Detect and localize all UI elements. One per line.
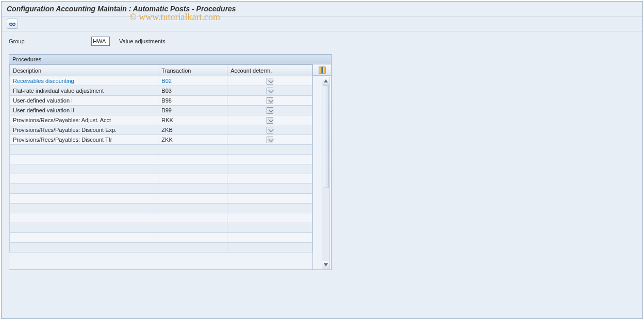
cell-transaction[interactable]: ZKK xyxy=(158,135,227,145)
cell-empty xyxy=(10,194,158,204)
cell-empty xyxy=(10,155,158,164)
cell-empty xyxy=(10,174,158,184)
cell-transaction[interactable]: B99 xyxy=(158,106,227,115)
cell-empty xyxy=(227,204,312,213)
cell-empty xyxy=(227,243,312,252)
form-area: Group HWA Value adjustments Procedures D… xyxy=(2,31,642,277)
cell-empty xyxy=(227,174,312,184)
table-row-empty[interactable] xyxy=(10,184,312,194)
cell-empty xyxy=(10,233,158,243)
table-row-empty[interactable] xyxy=(10,243,312,252)
checkbox-checked-icon[interactable] xyxy=(267,137,273,143)
scroll-track[interactable] xyxy=(322,85,329,261)
checkbox-checked-icon[interactable] xyxy=(267,88,273,94)
scroll-thumb[interactable] xyxy=(323,85,329,188)
cell-empty xyxy=(10,223,158,233)
cell-empty xyxy=(158,184,227,194)
scroll-up-button[interactable] xyxy=(322,77,329,85)
cell-empty xyxy=(158,164,227,174)
cell-transaction[interactable]: RKK xyxy=(158,115,227,125)
checkbox-checked-icon[interactable] xyxy=(267,97,273,104)
cell-empty xyxy=(10,164,158,174)
cell-description[interactable]: Provisions/Recs/Payables: Discount Tfr xyxy=(10,135,158,145)
table-row[interactable]: Provisions/Recs/Payables: Discount TfrZK… xyxy=(10,135,312,145)
cell-account-determ[interactable] xyxy=(227,106,312,115)
cell-description[interactable]: User-defined valuation II xyxy=(10,106,158,115)
scroll-down-button[interactable] xyxy=(322,261,329,268)
cell-transaction[interactable]: B02 xyxy=(158,76,227,86)
panel-title: Procedures xyxy=(9,55,331,64)
glasses-icon xyxy=(9,20,16,27)
checkbox-checked-icon[interactable] xyxy=(267,127,273,133)
table-row[interactable]: User-defined valuation IIB99 xyxy=(10,106,312,115)
checkbox-checked-icon[interactable] xyxy=(267,117,273,124)
app-window: Configuration Accounting Maintain : Auto… xyxy=(1,1,643,319)
cell-empty xyxy=(158,155,227,164)
col-header-transaction[interactable]: Transaction xyxy=(158,65,227,76)
table-row-empty[interactable] xyxy=(10,204,312,213)
cell-empty xyxy=(158,243,227,252)
page-title: Configuration Accounting Maintain : Auto… xyxy=(2,2,642,16)
cell-empty xyxy=(10,184,158,194)
col-header-account-determ[interactable]: Account determ. xyxy=(227,65,312,76)
cell-description[interactable]: Provisions/Recs/Payables: Adjust. Acct xyxy=(10,115,158,125)
cell-empty xyxy=(10,204,158,213)
table-row-empty[interactable] xyxy=(10,164,312,174)
table-row[interactable]: Flat-rate individual value adjustmentB03 xyxy=(10,86,312,96)
table-row-empty[interactable] xyxy=(10,213,312,223)
checkbox-checked-icon[interactable] xyxy=(267,107,273,114)
cell-empty xyxy=(227,213,312,223)
table-row-empty[interactable] xyxy=(10,155,312,164)
table-row-empty[interactable] xyxy=(10,174,312,184)
cell-transaction[interactable]: ZKB xyxy=(158,125,227,135)
cell-empty xyxy=(158,233,227,243)
vertical-scrollbar[interactable] xyxy=(322,77,330,268)
cell-empty xyxy=(158,213,227,223)
table-row-empty[interactable] xyxy=(10,233,312,243)
cell-account-determ[interactable] xyxy=(227,115,312,125)
cell-empty xyxy=(158,204,227,213)
table-row[interactable]: User-defined valuation IB98 xyxy=(10,96,312,106)
cell-description[interactable]: Receivables discounting xyxy=(10,76,158,86)
cell-empty xyxy=(227,194,312,204)
cell-empty xyxy=(227,145,312,155)
cell-empty xyxy=(158,223,227,233)
table-row[interactable]: Receivables discountingB02 xyxy=(10,76,312,86)
table-right-strip xyxy=(312,64,331,270)
svg-rect-3 xyxy=(319,66,321,73)
table-config-button[interactable] xyxy=(313,64,331,76)
cell-empty xyxy=(158,145,227,155)
table-row-empty[interactable] xyxy=(10,145,312,155)
svg-rect-5 xyxy=(323,66,325,73)
cell-description[interactable]: User-defined valuation I xyxy=(10,96,158,106)
cell-account-determ[interactable] xyxy=(227,86,312,96)
cell-transaction[interactable]: B98 xyxy=(158,96,227,106)
cell-account-determ[interactable] xyxy=(227,96,312,106)
table-row-empty[interactable] xyxy=(10,194,312,204)
cell-description[interactable]: Provisions/Recs/Payables: Discount Exp. xyxy=(10,125,158,135)
cell-description[interactable]: Flat-rate individual value adjustment xyxy=(10,86,158,96)
glasses-overview-button[interactable] xyxy=(7,19,18,29)
group-row: Group HWA Value adjustments xyxy=(9,37,635,46)
cell-empty xyxy=(10,145,158,155)
cell-transaction[interactable]: B03 xyxy=(158,86,227,96)
cell-account-determ[interactable] xyxy=(227,76,312,86)
toolbar xyxy=(2,16,642,31)
cell-empty xyxy=(10,243,158,252)
group-input[interactable]: HWA xyxy=(91,37,110,46)
cell-empty xyxy=(10,213,158,223)
cell-empty xyxy=(227,155,312,164)
table-config-icon xyxy=(319,66,326,74)
table-row-empty[interactable] xyxy=(10,223,312,233)
col-header-description[interactable]: Description xyxy=(10,65,158,76)
table-row[interactable]: Provisions/Recs/Payables: Discount Exp.Z… xyxy=(10,125,312,135)
cell-account-determ[interactable] xyxy=(227,125,312,135)
group-label: Group xyxy=(9,38,86,44)
checkbox-checked-icon[interactable] xyxy=(267,78,273,85)
chevron-down-icon xyxy=(324,263,328,266)
table-row[interactable]: Provisions/Recs/Payables: Adjust. AcctRK… xyxy=(10,115,312,125)
cell-account-determ[interactable] xyxy=(227,135,312,145)
cell-empty xyxy=(227,164,312,174)
cell-empty xyxy=(227,223,312,233)
group-description: Value adjustments xyxy=(119,38,166,44)
